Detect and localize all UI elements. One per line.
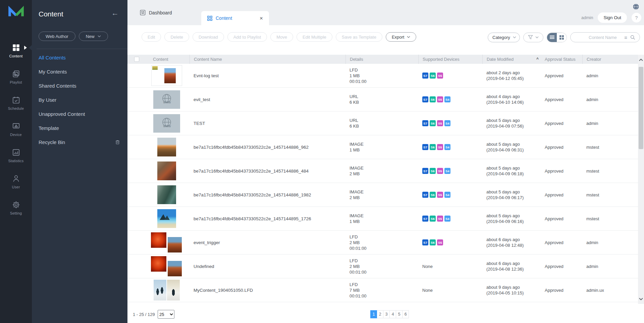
close-tab-icon[interactable]: × — [260, 15, 263, 21]
creator: admin — [586, 73, 638, 79]
date-line: (2019-04-05 10:15) — [486, 290, 541, 296]
filter-dropdown[interactable] — [523, 33, 543, 42]
rail-item-statistics[interactable]: Statistics — [0, 146, 32, 172]
list-view-button[interactable] — [547, 33, 557, 42]
table-row[interactable]: be7a17c16fbc4fdb45b8437330522c2e_1457144… — [127, 159, 638, 183]
rail-item-playlist[interactable]: Playlist — [0, 67, 32, 93]
device-badge-s7: S7 — [422, 216, 428, 222]
detail-line: 00:01:00 — [350, 79, 418, 84]
content-name: Undefined — [194, 264, 345, 269]
rail-items: ContentPlaylistScheduleDeviceStatisticsU… — [0, 41, 32, 224]
grid-view-button[interactable] — [557, 33, 567, 42]
date-line: (2019-04-09 06:16) — [486, 219, 541, 224]
page-button-6[interactable]: 6 — [402, 310, 409, 318]
scrollbar-thumb[interactable] — [639, 67, 643, 149]
sign-out-button[interactable]: Sign Out — [598, 12, 627, 23]
search-box: ≡ — [570, 32, 640, 42]
rail-item-setting[interactable]: Setting — [0, 198, 32, 224]
playlist-icon — [12, 69, 20, 79]
sidebar-item-shared-contents[interactable]: Shared Contents — [32, 79, 127, 93]
select-all-checkbox[interactable] — [134, 57, 139, 62]
search-icon[interactable] — [630, 35, 635, 40]
table-row[interactable]: be7a17c16fbc4fdb45b8437330522c2e_1457144… — [127, 183, 638, 207]
rail-item-label: Statistics — [8, 159, 23, 163]
vertical-scrollbar[interactable] — [638, 55, 644, 304]
table-row[interactable]: wwwTESTURL6 KBS7S6S5S4about 5 days ago(2… — [127, 111, 638, 135]
sidebar-item-recycle-bin[interactable]: Recycle Bin — [32, 135, 127, 149]
table-row[interactable]: MyContent_1904051050.LFDLFD7 MB00:01:00N… — [127, 278, 638, 302]
sidebar-item-all-contents[interactable]: All Contents — [32, 50, 127, 64]
page-button-5[interactable]: 5 — [396, 310, 402, 318]
scroll-up-icon[interactable] — [638, 56, 644, 63]
content-name: be7a17c16fbc4fdb45b8437330522c2e_1457144… — [194, 216, 345, 222]
detail-line: IMAGE — [350, 213, 418, 219]
creator-cell: admin — [582, 111, 638, 135]
tab-dashboard[interactable]: Dashboard — [140, 0, 172, 25]
tab-bar: Dashboard Content × admin Sign Out ? — [127, 0, 644, 25]
search-options-icon[interactable]: ≡ — [624, 35, 627, 40]
column-header-date-modified[interactable]: Date Modified ^ — [482, 55, 541, 64]
date-modified-cell: about 5 days ago(2019-04-09 07:56) — [482, 111, 541, 135]
device-badge-s5: S5 — [437, 216, 443, 222]
column-header-details[interactable]: Details — [345, 55, 418, 64]
page-button-1[interactable]: 1 — [370, 310, 377, 318]
collapse-panel-icon[interactable]: ← — [111, 9, 119, 17]
column-header-creator[interactable]: Creator — [582, 55, 638, 64]
sidebar-item-template[interactable]: Template — [32, 121, 127, 135]
date-line: about 5 days ago — [486, 141, 541, 147]
thumbnail-cell — [144, 183, 190, 206]
device-badge-s4: S4 — [444, 168, 450, 174]
scroll-down-icon[interactable] — [638, 295, 644, 303]
category-dropdown[interactable]: Category — [488, 33, 520, 42]
export-button[interactable]: Export — [386, 32, 417, 42]
row-select-cell — [127, 64, 144, 87]
table-row[interactable]: be7a17c16fbc4fdb45b8437330522c2e_1457144… — [127, 207, 638, 231]
page-button-4[interactable]: 4 — [389, 310, 396, 318]
rail-item-user[interactable]: User — [0, 172, 32, 198]
creator-cell: admin.ux — [582, 278, 638, 302]
approval-status: Approved — [545, 121, 582, 126]
device-badge-s7: S7 — [422, 239, 428, 245]
row-select-cell — [127, 255, 144, 278]
rail-item-label: Device — [10, 133, 22, 137]
page-button-3[interactable]: 3 — [383, 310, 390, 318]
column-header-supported-devices[interactable]: Supported Devices — [418, 55, 482, 64]
table-row[interactable]: UndefinedLFD2 MB00:01:00Noneabout 6 days… — [127, 255, 638, 278]
table-row[interactable]: event_triggerLFD2 MB00:01:00S7S6S5about … — [127, 231, 638, 255]
approval-status-cell: Approved — [541, 183, 582, 206]
content-name-cell: be7a17c16fbc4fdb45b8437330522c2e_1457144… — [190, 135, 345, 159]
new-button[interactable]: New — [79, 32, 108, 41]
supported-devices-cell: S7S6S5S4 — [418, 183, 482, 206]
page-button-2[interactable]: 2 — [377, 310, 383, 318]
language-globe-icon[interactable] — [633, 3, 639, 10]
page-size-select[interactable]: 25 — [158, 310, 174, 319]
search-input[interactable] — [575, 35, 621, 40]
table-row[interactable]: wwwevil_testURL6 KBS7S6S5S4about 4 days … — [127, 88, 638, 111]
thumbnail-cell — [144, 159, 190, 183]
rail-item-device[interactable]: Device — [0, 120, 32, 146]
table-row[interactable]: Evnt-log testLFD1 MB00:01:00S7S6S5about … — [127, 64, 638, 88]
thumbnail-flower-rock — [151, 232, 182, 253]
thumbnail-cell: www — [144, 88, 190, 111]
rail-item-label: Schedule — [8, 106, 24, 110]
detail-line: 00:01:00 — [350, 293, 418, 299]
column-header-approval-status[interactable]: Approval Status — [541, 55, 582, 64]
column-header-content[interactable]: Content — [144, 55, 190, 64]
thumbnail-cell — [144, 135, 190, 159]
sidebar-item-my-contents[interactable]: My Contents — [32, 64, 127, 79]
row-select-cell — [127, 278, 144, 302]
move-button: Move — [270, 32, 293, 42]
detail-line: 6 KB — [350, 99, 418, 105]
tab-content[interactable]: Content × — [201, 11, 269, 25]
help-button[interactable]: ? — [632, 13, 641, 22]
rail-item-schedule[interactable]: Schedule — [0, 93, 32, 120]
sidebar-item-by-user[interactable]: By User — [32, 93, 127, 107]
date-modified-cell: about 4 days ago(2019-04-10 14:06) — [482, 88, 541, 111]
web-author-button[interactable]: Web Author — [39, 32, 75, 41]
rail-item-content[interactable]: Content — [0, 41, 32, 67]
creator: admin — [586, 240, 638, 245]
column-header-content-name[interactable]: Content Name — [190, 55, 345, 64]
sidebar-item-unapproved-content[interactable]: Unapproved Content — [32, 107, 127, 121]
table-row[interactable]: be7a17c16fbc4fdb45b8437330522c2e_1457144… — [127, 135, 638, 159]
trash-icon[interactable] — [115, 140, 120, 145]
